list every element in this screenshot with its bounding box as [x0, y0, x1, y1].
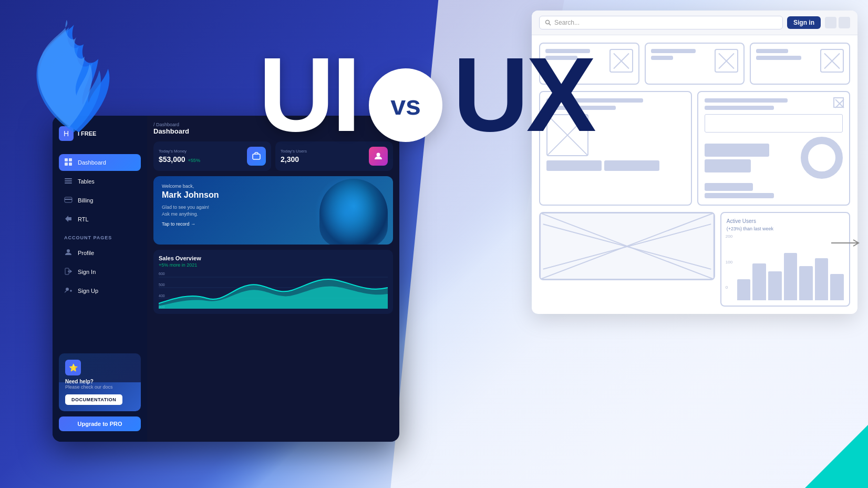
wf-bar-3 [768, 271, 782, 300]
wf-line [705, 144, 769, 157]
chart-y-axis: 200 100 0 [726, 234, 732, 290]
active-users-title: Active Users [727, 218, 844, 224]
wf-btn-placeholder-2 [604, 160, 659, 171]
svg-point-11 [66, 288, 69, 291]
stat-money-change: +55% [188, 158, 200, 163]
sidebar-label-tables: Tables [78, 178, 95, 185]
sales-chart-svg [159, 272, 388, 309]
svg-rect-3 [69, 162, 72, 166]
svg-point-9 [67, 249, 70, 252]
y-label-200: 200 [726, 234, 732, 239]
svg-rect-5 [65, 180, 72, 181]
right-arrow [831, 238, 863, 250]
dashboard-icon [64, 158, 74, 167]
signup-icon [64, 286, 74, 296]
wf-bars [737, 248, 844, 300]
sidebar-item-billing[interactable]: Billing [59, 192, 141, 209]
upgrade-button[interactable]: Upgrade to PRO [59, 416, 141, 431]
vs-text: vs [390, 89, 421, 121]
browser-search-placeholder: Search... [554, 19, 580, 26]
help-card: ⭐ Need help? Please check our docs DOCUM… [59, 353, 141, 411]
browser-bar: Search... Sign in [532, 11, 857, 35]
stat-money-label: Today's Money [159, 149, 200, 154]
sidebar: H I FREE Dashboard Tables Billing [53, 116, 147, 442]
svg-rect-4 [65, 178, 72, 179]
wf-close-x [834, 98, 845, 109]
wf-bar-5 [799, 266, 813, 300]
sidebar-item-rtl[interactable]: RTL [59, 211, 141, 228]
wf-x-box-2 [715, 49, 738, 73]
rtl-icon [64, 215, 74, 224]
browser-signin-btn[interactable]: Sign in [787, 16, 821, 29]
help-subtext: Please check our docs [65, 384, 135, 390]
signin-icon [64, 267, 74, 277]
wf-line [705, 106, 774, 110]
welcome-name: Mark Johnson [162, 190, 385, 200]
ux-title: UX [453, 42, 594, 147]
profile-icon [64, 248, 74, 258]
stat-users-icon [369, 147, 388, 166]
dashboard-mockup: H I FREE Dashboard Tables Billing [53, 116, 399, 442]
wf-line [756, 56, 801, 60]
wf-line-group [546, 160, 685, 171]
title-area: UI vs UX [142, 42, 710, 147]
wf-card-3 [750, 43, 850, 85]
doc-button[interactable]: DOCUMENTATION [65, 394, 122, 405]
wf-bar-2 [752, 263, 766, 300]
svg-rect-1 [69, 158, 72, 161]
help-icon: ⭐ [65, 360, 81, 375]
wf-bottom: Active Users (+23%) than last week 200 1… [539, 212, 850, 307]
wf-boxes-donut-row [705, 137, 843, 179]
sales-section: Sales Overview +5% more in 2021 600 500 … [153, 250, 393, 314]
wf-btn-placeholder [546, 160, 602, 171]
browser-dot-2 [839, 17, 850, 28]
ui-title: UI [259, 42, 358, 147]
svg-rect-2 [65, 162, 68, 166]
browser-search[interactable]: Search... [539, 16, 783, 29]
wf-line [756, 49, 788, 53]
wf-bar-7 [830, 274, 844, 300]
sidebar-label-signin: Sign In [78, 269, 96, 275]
browser-dots [825, 17, 850, 28]
stat-money-value: $53,000 [159, 155, 185, 164]
welcome-subtitle: Glad to see you again! Ask me anything. [162, 204, 385, 217]
arrow-icon [831, 238, 863, 248]
wf-x-box-3 [820, 49, 844, 73]
sidebar-label-signup: Sign Up [78, 288, 98, 294]
wf-card-3-lines [756, 49, 820, 60]
sidebar-item-dashboard[interactable]: Dashboard [59, 154, 141, 171]
svg-rect-0 [65, 158, 68, 161]
wf-bar-6 [815, 258, 829, 300]
tap-record[interactable]: Tap to record → [162, 221, 385, 227]
sidebar-label-rtl: RTL [78, 216, 89, 222]
wf-small-box-1 [705, 114, 843, 133]
y-label-100: 100 [726, 260, 732, 265]
wf-image-placeholder [539, 212, 715, 280]
browser-search-icon [545, 19, 551, 26]
account-pages-label: ACCOUNT PAGES [64, 235, 141, 240]
help-title-text: Need help? [65, 379, 135, 384]
svg-point-19 [546, 21, 550, 24]
sidebar-item-tables[interactable]: Tables [59, 173, 141, 190]
chart-area: 600 500 400 300 [159, 272, 388, 309]
wf-image-x-lines [540, 213, 714, 279]
welcome-banner: Welcome back, Mark Johnson Glad to see y… [153, 176, 393, 245]
wf-line [705, 159, 751, 172]
svg-rect-6 [65, 182, 72, 184]
sidebar-item-signup[interactable]: Sign Up [59, 282, 141, 299]
vs-circle: vs [369, 68, 442, 142]
welcome-greeting: Welcome back, [162, 184, 385, 189]
wf-bar-1 [737, 279, 751, 300]
sidebar-bottom: ⭐ Need help? Please check our docs DOCUM… [59, 353, 141, 431]
sales-title: Sales Overview [159, 255, 388, 261]
sidebar-item-profile[interactable]: Profile [59, 245, 141, 261]
jellyfish-decoration [319, 179, 388, 245]
stat-users-value: 2,300 [281, 155, 307, 164]
active-users-subtitle: (+23%) than last week [727, 226, 844, 231]
sidebar-label-billing: Billing [78, 197, 93, 204]
flame-logo [11, 5, 147, 142]
sidebar-label-dashboard: Dashboard [78, 159, 106, 166]
y-label-0: 0 [726, 285, 732, 290]
svg-rect-8 [65, 199, 72, 200]
sidebar-item-signin[interactable]: Sign In [59, 263, 141, 280]
